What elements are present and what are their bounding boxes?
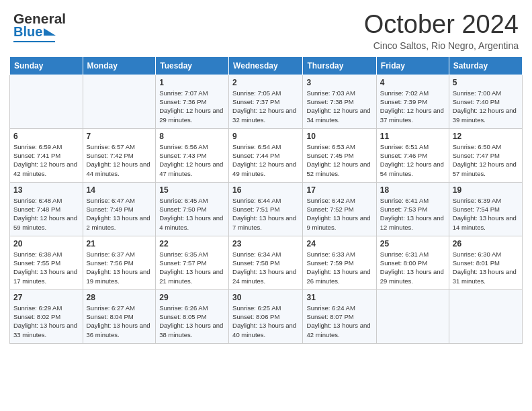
day-info: Sunrise: 6:44 AM Sunset: 7:51 PM Dayligh… <box>232 196 299 232</box>
calendar-cell: 21Sunrise: 6:37 AM Sunset: 7:56 PM Dayli… <box>83 236 156 289</box>
calendar-cell: 22Sunrise: 6:35 AM Sunset: 7:57 PM Dayli… <box>156 236 229 289</box>
header-day-saturday: Saturday <box>449 56 522 75</box>
day-info: Sunrise: 6:53 AM Sunset: 7:45 PM Dayligh… <box>306 142 372 178</box>
calendar-cell: 29Sunrise: 6:26 AM Sunset: 8:05 PM Dayli… <box>156 289 229 343</box>
day-info: Sunrise: 6:24 AM Sunset: 8:07 PM Dayligh… <box>306 304 372 339</box>
day-info: Sunrise: 7:00 AM Sunset: 7:40 PM Dayligh… <box>453 89 519 124</box>
logo-arrow-icon <box>44 28 56 36</box>
day-info: Sunrise: 6:48 AM Sunset: 7:48 PM Dayligh… <box>13 196 79 232</box>
day-number: 9 <box>232 132 299 141</box>
day-number: 13 <box>13 185 79 195</box>
day-number: 15 <box>159 185 225 195</box>
day-info: Sunrise: 6:34 AM Sunset: 7:58 PM Dayligh… <box>232 250 299 285</box>
day-info: Sunrise: 6:25 AM Sunset: 8:06 PM Dayligh… <box>232 304 299 339</box>
calendar-cell: 19Sunrise: 6:39 AM Sunset: 7:54 PM Dayli… <box>449 182 522 236</box>
day-number: 31 <box>306 293 372 302</box>
calendar-cell: 31Sunrise: 6:24 AM Sunset: 8:07 PM Dayli… <box>303 289 376 343</box>
calendar-cell: 16Sunrise: 6:44 AM Sunset: 7:51 PM Dayli… <box>229 182 303 236</box>
calendar-cell <box>83 75 156 128</box>
day-info: Sunrise: 6:51 AM Sunset: 7:46 PM Dayligh… <box>380 142 445 178</box>
calendar-cell: 25Sunrise: 6:31 AM Sunset: 8:00 PM Dayli… <box>376 236 449 289</box>
location-subtitle: Cinco Saltos, Rio Negro, Argentina <box>364 40 519 51</box>
day-info: Sunrise: 6:37 AM Sunset: 7:56 PM Dayligh… <box>87 250 152 285</box>
day-info: Sunrise: 6:45 AM Sunset: 7:50 PM Dayligh… <box>159 196 225 232</box>
calendar-week-2: 13Sunrise: 6:48 AM Sunset: 7:48 PM Dayli… <box>10 182 523 236</box>
day-number: 21 <box>87 239 152 248</box>
logo-underline <box>13 41 55 42</box>
day-info: Sunrise: 6:30 AM Sunset: 8:01 PM Dayligh… <box>453 250 519 285</box>
day-number: 18 <box>380 185 445 195</box>
logo-bottom-row: Blue <box>13 24 66 40</box>
day-number: 3 <box>306 78 372 87</box>
calendar-cell: 14Sunrise: 6:47 AM Sunset: 7:49 PM Dayli… <box>83 182 156 236</box>
day-info: Sunrise: 6:35 AM Sunset: 7:57 PM Dayligh… <box>159 250 225 285</box>
calendar-cell: 4Sunrise: 7:02 AM Sunset: 7:39 PM Daylig… <box>376 75 449 128</box>
calendar-cell: 11Sunrise: 6:51 AM Sunset: 7:46 PM Dayli… <box>376 128 449 182</box>
calendar-week-0: 1Sunrise: 7:07 AM Sunset: 7:36 PM Daylig… <box>10 75 523 128</box>
day-number: 29 <box>159 293 225 302</box>
day-number: 5 <box>453 78 519 87</box>
day-number: 30 <box>232 293 299 302</box>
day-number: 4 <box>380 78 445 87</box>
calendar-cell: 2Sunrise: 7:05 AM Sunset: 7:37 PM Daylig… <box>229 75 303 128</box>
calendar-cell: 30Sunrise: 6:25 AM Sunset: 8:06 PM Dayli… <box>229 289 303 343</box>
calendar-cell: 3Sunrise: 7:03 AM Sunset: 7:38 PM Daylig… <box>303 75 376 128</box>
calendar-cell <box>10 75 83 128</box>
day-number: 20 <box>13 239 79 248</box>
header-day-thursday: Thursday <box>303 56 376 75</box>
day-number: 6 <box>13 132 79 141</box>
day-info: Sunrise: 6:26 AM Sunset: 8:05 PM Dayligh… <box>159 304 225 339</box>
day-number: 28 <box>87 293 152 302</box>
day-info: Sunrise: 6:47 AM Sunset: 7:49 PM Dayligh… <box>87 196 152 232</box>
calendar-cell: 23Sunrise: 6:34 AM Sunset: 7:58 PM Dayli… <box>229 236 303 289</box>
calendar-cell: 15Sunrise: 6:45 AM Sunset: 7:50 PM Dayli… <box>156 182 229 236</box>
day-info: Sunrise: 6:41 AM Sunset: 7:53 PM Dayligh… <box>380 196 445 232</box>
calendar-body: 1Sunrise: 7:07 AM Sunset: 7:36 PM Daylig… <box>10 75 523 343</box>
day-info: Sunrise: 6:54 AM Sunset: 7:44 PM Dayligh… <box>232 142 299 178</box>
day-info: Sunrise: 6:56 AM Sunset: 7:43 PM Dayligh… <box>159 142 225 178</box>
day-info: Sunrise: 6:27 AM Sunset: 8:04 PM Dayligh… <box>87 304 152 339</box>
day-number: 7 <box>87 132 152 141</box>
header-day-tuesday: Tuesday <box>156 56 229 75</box>
calendar-cell: 7Sunrise: 6:57 AM Sunset: 7:42 PM Daylig… <box>83 128 156 182</box>
calendar-header: SundayMondayTuesdayWednesdayThursdayFrid… <box>10 56 523 75</box>
calendar-table: SundayMondayTuesdayWednesdayThursdayFrid… <box>9 56 523 344</box>
day-info: Sunrise: 7:05 AM Sunset: 7:37 PM Dayligh… <box>232 89 299 124</box>
header-day-friday: Friday <box>376 56 449 75</box>
logo-image: General Blue <box>13 11 66 42</box>
calendar-cell: 17Sunrise: 6:42 AM Sunset: 7:52 PM Dayli… <box>303 182 376 236</box>
header-row: SundayMondayTuesdayWednesdayThursdayFrid… <box>10 56 523 75</box>
calendar-cell: 27Sunrise: 6:29 AM Sunset: 8:02 PM Dayli… <box>10 289 83 343</box>
calendar-cell <box>449 289 522 343</box>
day-info: Sunrise: 6:31 AM Sunset: 8:00 PM Dayligh… <box>380 250 445 285</box>
day-info: Sunrise: 6:33 AM Sunset: 7:59 PM Dayligh… <box>306 250 372 285</box>
day-number: 27 <box>13 293 79 302</box>
logo: General Blue <box>13 11 67 42</box>
day-number: 26 <box>453 239 519 248</box>
header-day-monday: Monday <box>83 56 156 75</box>
day-number: 2 <box>232 78 299 87</box>
day-number: 8 <box>159 132 225 141</box>
day-number: 24 <box>306 239 372 248</box>
day-number: 14 <box>87 185 152 195</box>
calendar-cell: 20Sunrise: 6:38 AM Sunset: 7:55 PM Dayli… <box>10 236 83 289</box>
calendar-cell: 10Sunrise: 6:53 AM Sunset: 7:45 PM Dayli… <box>303 128 376 182</box>
day-number: 10 <box>306 132 372 141</box>
calendar-cell: 9Sunrise: 6:54 AM Sunset: 7:44 PM Daylig… <box>229 128 303 182</box>
calendar-cell: 18Sunrise: 6:41 AM Sunset: 7:53 PM Dayli… <box>376 182 449 236</box>
month-title: October 2024 <box>364 11 519 39</box>
day-info: Sunrise: 7:07 AM Sunset: 7:36 PM Dayligh… <box>159 89 225 124</box>
calendar-cell: 28Sunrise: 6:27 AM Sunset: 8:04 PM Dayli… <box>83 289 156 343</box>
day-number: 1 <box>159 78 225 87</box>
day-number: 22 <box>159 239 225 248</box>
calendar-cell: 24Sunrise: 6:33 AM Sunset: 7:59 PM Dayli… <box>303 236 376 289</box>
day-number: 23 <box>232 239 299 248</box>
day-number: 17 <box>306 185 372 195</box>
title-section: October 2024 Cinco Saltos, Rio Negro, Ar… <box>364 11 519 51</box>
day-info: Sunrise: 7:02 AM Sunset: 7:39 PM Dayligh… <box>380 89 445 124</box>
calendar-cell: 26Sunrise: 6:30 AM Sunset: 8:01 PM Dayli… <box>449 236 522 289</box>
day-info: Sunrise: 6:59 AM Sunset: 7:41 PM Dayligh… <box>13 142 79 178</box>
calendar-week-3: 20Sunrise: 6:38 AM Sunset: 7:55 PM Dayli… <box>10 236 523 289</box>
day-info: Sunrise: 6:39 AM Sunset: 7:54 PM Dayligh… <box>453 196 519 232</box>
calendar-container: SundayMondayTuesdayWednesdayThursdayFrid… <box>0 56 532 353</box>
